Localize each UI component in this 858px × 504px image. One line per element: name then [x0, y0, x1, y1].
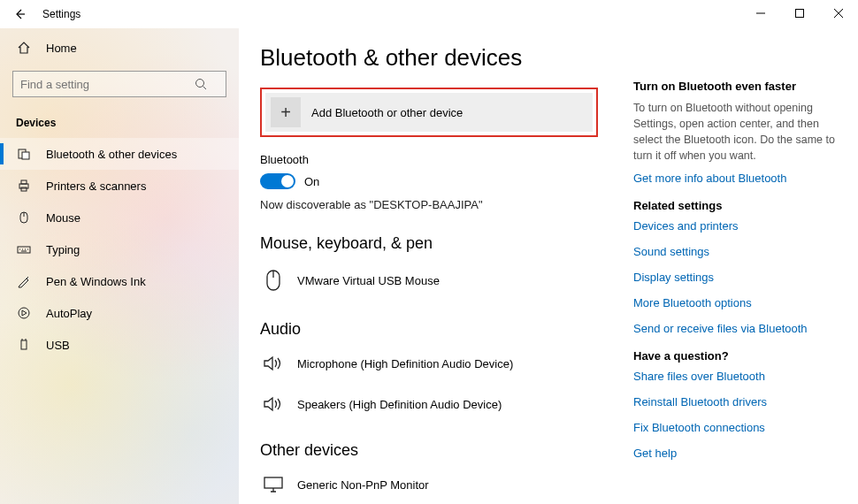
home-icon: [16, 41, 32, 55]
pen-icon: [16, 274, 32, 288]
speaker-icon: [262, 355, 285, 372]
group-title: Mouse, keyboard, & pen: [260, 234, 598, 253]
svg-point-1: [196, 80, 204, 88]
sidebar-item-label: Mouse: [46, 211, 80, 225]
link-display-settings[interactable]: Display settings: [633, 271, 837, 284]
question-heading: Have a question?: [633, 349, 837, 363]
link-more-bluetooth-info[interactable]: Get more info about Bluetooth: [633, 172, 837, 185]
tip-text: To turn on Bluetooth without opening Set…: [633, 100, 837, 164]
link-more-bt-options[interactable]: More Bluetooth options: [633, 296, 837, 309]
window-title: Settings: [42, 8, 80, 20]
close-button[interactable]: [819, 0, 858, 27]
svg-point-9: [19, 308, 29, 318]
svg-rect-5: [21, 180, 27, 184]
link-share-files[interactable]: Share files over Bluetooth: [633, 370, 837, 383]
link-fix-connections[interactable]: Fix Bluetooth connections: [633, 421, 837, 434]
sidebar-item-pen[interactable]: Pen & Windows Ink: [0, 265, 239, 297]
bluetooth-label: Bluetooth: [260, 153, 598, 166]
device-row[interactable]: Generic Non-PnP Monitor: [260, 469, 598, 504]
back-button[interactable]: [9, 4, 30, 25]
svg-rect-12: [264, 477, 282, 488]
sidebar-home-label: Home: [46, 42, 77, 55]
svg-rect-3: [22, 152, 29, 159]
autoplay-icon: [16, 306, 32, 320]
minimize-button[interactable]: [741, 0, 780, 27]
group-title: Audio: [260, 320, 598, 339]
sidebar-item-label: AutoPlay: [46, 307, 92, 320]
sidebar-item-label: Printers & scanners: [46, 179, 146, 193]
tip-heading: Turn on Bluetooth even faster: [633, 80, 837, 93]
mouse-icon: [16, 210, 32, 225]
device-name: Generic Non-PnP Monitor: [297, 478, 429, 492]
plus-icon: +: [271, 97, 301, 127]
device-row[interactable]: Microphone (High Definition Audio Device…: [260, 347, 598, 388]
add-device-highlight: + Add Bluetooth or other device: [260, 88, 598, 137]
sidebar-item-label: Typing: [46, 243, 80, 256]
sidebar-item-label: USB: [46, 339, 70, 352]
link-send-receive-files[interactable]: Send or receive files via Bluetooth: [633, 322, 837, 335]
sidebar-item-printers[interactable]: Printers & scanners: [0, 170, 239, 202]
search-icon: [195, 78, 207, 90]
printer-icon: [16, 179, 32, 193]
svg-rect-0: [796, 10, 804, 18]
main-column: Bluetooth & other devices + Add Bluetoot…: [260, 44, 598, 504]
link-devices-printers[interactable]: Devices and printers: [633, 219, 837, 233]
sidebar-home[interactable]: Home: [0, 32, 239, 64]
titlebar: Settings: [0, 0, 858, 28]
discoverable-text: Now discoverable as "DESKTOP-BAAJIPA": [260, 198, 598, 211]
related-heading: Related settings: [633, 199, 837, 212]
bluetooth-toggle[interactable]: [260, 173, 295, 189]
monitor-icon: [262, 476, 285, 493]
usb-icon: [16, 338, 32, 352]
add-device-label: Add Bluetooth or other device: [311, 106, 463, 119]
device-row[interactable]: Speakers (High Definition Audio Device): [260, 388, 598, 429]
svg-rect-10: [21, 340, 27, 349]
device-row[interactable]: VMware Virtual USB Mouse: [260, 262, 598, 308]
sidebar-item-bluetooth[interactable]: Bluetooth & other devices: [0, 138, 239, 170]
sidebar-item-autoplay[interactable]: AutoPlay: [0, 297, 239, 329]
sidebar-section-header: Devices: [0, 110, 239, 138]
device-name: VMware Virtual USB Mouse: [297, 274, 440, 287]
sidebar-item-usb[interactable]: USB: [0, 329, 239, 361]
device-name: Speakers (High Definition Audio Device): [297, 398, 502, 411]
bluetooth-state: On: [304, 175, 319, 188]
maximize-button[interactable]: [780, 0, 819, 27]
add-device-button[interactable]: + Add Bluetooth or other device: [265, 93, 593, 132]
sidebar-item-mouse[interactable]: Mouse: [0, 202, 239, 233]
sidebar: Home Devices Bluetooth & other dev: [0, 28, 239, 504]
keyboard-icon: [16, 242, 32, 256]
sidebar-item-label: Bluetooth & other devices: [46, 148, 177, 161]
group-title: Other devices: [260, 441, 598, 460]
aside-column: Turn on Bluetooth even faster To turn on…: [633, 44, 837, 504]
sidebar-item-label: Pen & Windows Ink: [46, 275, 146, 288]
bluetooth-devices-icon: [16, 147, 32, 161]
device-name: Microphone (High Definition Audio Device…: [297, 357, 513, 370]
link-get-help[interactable]: Get help: [633, 447, 837, 460]
link-sound-settings[interactable]: Sound settings: [633, 245, 837, 258]
mouse-icon: [262, 269, 285, 292]
page-heading: Bluetooth & other devices: [260, 44, 598, 72]
speaker-icon: [262, 395, 285, 413]
link-reinstall-drivers[interactable]: Reinstall Bluetooth drivers: [633, 395, 837, 409]
sidebar-item-typing[interactable]: Typing: [0, 233, 239, 265]
